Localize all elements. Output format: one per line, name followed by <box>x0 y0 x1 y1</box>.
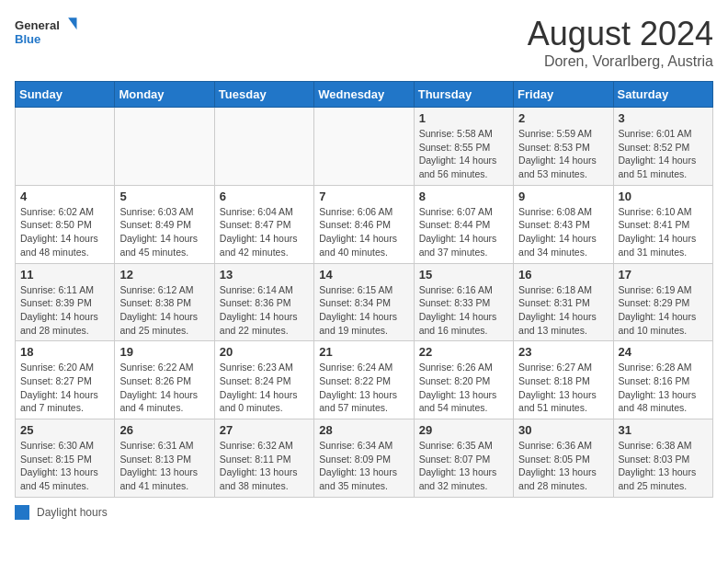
day-info: Sunrise: 6:11 AMSunset: 8:39 PMDaylight:… <box>20 283 109 338</box>
calendar-cell: 10Sunrise: 6:10 AMSunset: 8:41 PMDayligh… <box>613 185 712 263</box>
calendar-cell: 28Sunrise: 6:34 AMSunset: 8:09 PMDayligh… <box>314 419 414 498</box>
calendar-cell: 16Sunrise: 6:18 AMSunset: 8:31 PMDayligh… <box>514 263 613 341</box>
calendar-cell: 1Sunrise: 5:58 AMSunset: 8:55 PMDaylight… <box>414 108 513 186</box>
day-info: Sunrise: 6:23 AMSunset: 8:24 PMDaylight:… <box>220 361 309 415</box>
calendar-cell: 9Sunrise: 6:08 AMSunset: 8:43 PMDaylight… <box>514 185 613 263</box>
calendar-cell: 8Sunrise: 6:07 AMSunset: 8:44 PMDaylight… <box>414 185 513 263</box>
day-number: 18 <box>20 345 109 359</box>
week-row-5: 25Sunrise: 6:30 AMSunset: 8:15 PMDayligh… <box>16 419 713 498</box>
day-info: Sunrise: 6:22 AMSunset: 8:26 PMDaylight:… <box>119 361 209 415</box>
day-number: 6 <box>220 190 309 203</box>
calendar-cell: 30Sunrise: 6:36 AMSunset: 8:05 PMDayligh… <box>514 419 613 498</box>
day-number: 7 <box>319 190 408 203</box>
day-info: Sunrise: 6:32 AMSunset: 8:11 PMDaylight:… <box>220 439 309 493</box>
day-info: Sunrise: 6:14 AMSunset: 8:36 PMDaylight:… <box>220 283 309 338</box>
page-header: General Blue August 2024 Doren, Vorarlbe… <box>15 15 713 70</box>
day-info: Sunrise: 6:28 AMSunset: 8:16 PMDaylight:… <box>619 361 708 415</box>
calendar-cell: 22Sunrise: 6:26 AMSunset: 8:20 PMDayligh… <box>414 341 513 419</box>
calendar-cell: 4Sunrise: 6:02 AMSunset: 8:50 PMDaylight… <box>16 185 115 263</box>
calendar-cell: 13Sunrise: 6:14 AMSunset: 8:36 PMDayligh… <box>214 263 313 341</box>
day-number: 22 <box>419 345 508 359</box>
day-number: 13 <box>220 268 309 282</box>
day-number: 27 <box>220 423 309 437</box>
day-number: 17 <box>619 268 708 282</box>
calendar-cell <box>16 108 115 186</box>
calendar-cell: 12Sunrise: 6:12 AMSunset: 8:38 PMDayligh… <box>115 263 214 341</box>
legend: Daylight hours <box>15 505 713 520</box>
svg-marker-2 <box>68 17 76 29</box>
calendar-cell: 26Sunrise: 6:31 AMSunset: 8:13 PMDayligh… <box>115 419 214 498</box>
day-info: Sunrise: 6:30 AMSunset: 8:15 PMDaylight:… <box>20 439 109 493</box>
calendar-cell: 5Sunrise: 6:03 AMSunset: 8:49 PMDaylight… <box>115 185 214 263</box>
day-info: Sunrise: 6:31 AMSunset: 8:13 PMDaylight:… <box>119 439 209 493</box>
day-number: 3 <box>619 111 708 125</box>
day-info: Sunrise: 6:03 AMSunset: 8:49 PMDaylight:… <box>119 205 209 259</box>
calendar-cell: 23Sunrise: 6:27 AMSunset: 8:18 PMDayligh… <box>514 341 613 419</box>
calendar-cell: 17Sunrise: 6:19 AMSunset: 8:29 PMDayligh… <box>613 263 712 341</box>
calendar-header: SundayMondayTuesdayWednesdayThursdayFrid… <box>16 82 713 108</box>
day-number: 29 <box>419 423 508 437</box>
day-info: Sunrise: 6:18 AMSunset: 8:31 PMDaylight:… <box>518 283 608 338</box>
calendar-cell: 6Sunrise: 6:04 AMSunset: 8:47 PMDaylight… <box>214 185 313 263</box>
calendar-cell: 18Sunrise: 6:20 AMSunset: 8:27 PMDayligh… <box>16 341 115 419</box>
calendar-cell: 2Sunrise: 5:59 AMSunset: 8:53 PMDaylight… <box>514 108 613 186</box>
weekday-header-thursday: Thursday <box>414 82 513 108</box>
day-info: Sunrise: 6:26 AMSunset: 8:20 PMDaylight:… <box>419 361 508 415</box>
calendar-cell: 7Sunrise: 6:06 AMSunset: 8:46 PMDaylight… <box>314 185 414 263</box>
day-info: Sunrise: 6:07 AMSunset: 8:44 PMDaylight:… <box>419 205 508 259</box>
calendar-cell: 21Sunrise: 6:24 AMSunset: 8:22 PMDayligh… <box>314 341 414 419</box>
day-number: 30 <box>518 423 608 437</box>
day-number: 25 <box>20 423 109 437</box>
calendar-body: 1Sunrise: 5:58 AMSunset: 8:55 PMDaylight… <box>16 108 713 498</box>
day-number: 28 <box>319 423 408 437</box>
weekday-header-wednesday: Wednesday <box>314 82 414 108</box>
day-number: 20 <box>220 345 309 359</box>
day-info: Sunrise: 6:34 AMSunset: 8:09 PMDaylight:… <box>319 439 408 493</box>
calendar-cell <box>214 108 313 186</box>
day-number: 26 <box>119 423 209 437</box>
week-row-1: 1Sunrise: 5:58 AMSunset: 8:55 PMDaylight… <box>16 108 713 186</box>
weekday-row: SundayMondayTuesdayWednesdayThursdayFrid… <box>16 82 713 108</box>
day-info: Sunrise: 6:02 AMSunset: 8:50 PMDaylight:… <box>20 205 109 259</box>
day-number: 31 <box>619 423 708 437</box>
title-area: August 2024 Doren, Vorarlberg, Austria <box>528 15 713 70</box>
day-info: Sunrise: 6:36 AMSunset: 8:05 PMDaylight:… <box>518 439 608 493</box>
calendar-cell: 29Sunrise: 6:35 AMSunset: 8:07 PMDayligh… <box>414 419 513 498</box>
day-info: Sunrise: 6:06 AMSunset: 8:46 PMDaylight:… <box>319 205 408 259</box>
day-number: 24 <box>619 345 708 359</box>
logo: General Blue <box>15 15 84 52</box>
day-info: Sunrise: 6:24 AMSunset: 8:22 PMDaylight:… <box>319 361 408 415</box>
legend-color-box <box>15 505 29 520</box>
weekday-header-saturday: Saturday <box>613 82 712 108</box>
calendar-cell <box>314 108 414 186</box>
week-row-4: 18Sunrise: 6:20 AMSunset: 8:27 PMDayligh… <box>16 341 713 419</box>
day-number: 14 <box>319 268 408 282</box>
week-row-3: 11Sunrise: 6:11 AMSunset: 8:39 PMDayligh… <box>16 263 713 341</box>
svg-text:General: General <box>15 18 60 32</box>
day-number: 23 <box>518 345 608 359</box>
day-number: 12 <box>119 268 209 282</box>
calendar-subtitle: Doren, Vorarlberg, Austria <box>528 53 713 70</box>
day-info: Sunrise: 5:59 AMSunset: 8:53 PMDaylight:… <box>518 127 608 181</box>
day-info: Sunrise: 6:27 AMSunset: 8:18 PMDaylight:… <box>518 361 608 415</box>
day-number: 9 <box>518 190 608 203</box>
day-number: 2 <box>518 111 608 125</box>
day-number: 4 <box>20 190 109 203</box>
calendar-title: August 2024 <box>528 15 713 53</box>
weekday-header-friday: Friday <box>514 82 613 108</box>
logo-icon: General Blue <box>15 15 84 52</box>
day-info: Sunrise: 6:38 AMSunset: 8:03 PMDaylight:… <box>619 439 708 493</box>
calendar-cell: 31Sunrise: 6:38 AMSunset: 8:03 PMDayligh… <box>613 419 712 498</box>
calendar-cell: 11Sunrise: 6:11 AMSunset: 8:39 PMDayligh… <box>16 263 115 341</box>
week-row-2: 4Sunrise: 6:02 AMSunset: 8:50 PMDaylight… <box>16 185 713 263</box>
day-info: Sunrise: 6:19 AMSunset: 8:29 PMDaylight:… <box>619 283 708 338</box>
day-number: 19 <box>119 345 209 359</box>
day-info: Sunrise: 6:04 AMSunset: 8:47 PMDaylight:… <box>220 205 309 259</box>
day-info: Sunrise: 5:58 AMSunset: 8:55 PMDaylight:… <box>419 127 508 181</box>
day-number: 10 <box>619 190 708 203</box>
day-number: 11 <box>20 268 109 282</box>
calendar-cell: 15Sunrise: 6:16 AMSunset: 8:33 PMDayligh… <box>414 263 513 341</box>
calendar-cell <box>115 108 214 186</box>
day-number: 15 <box>419 268 508 282</box>
day-info: Sunrise: 6:16 AMSunset: 8:33 PMDaylight:… <box>419 283 508 338</box>
